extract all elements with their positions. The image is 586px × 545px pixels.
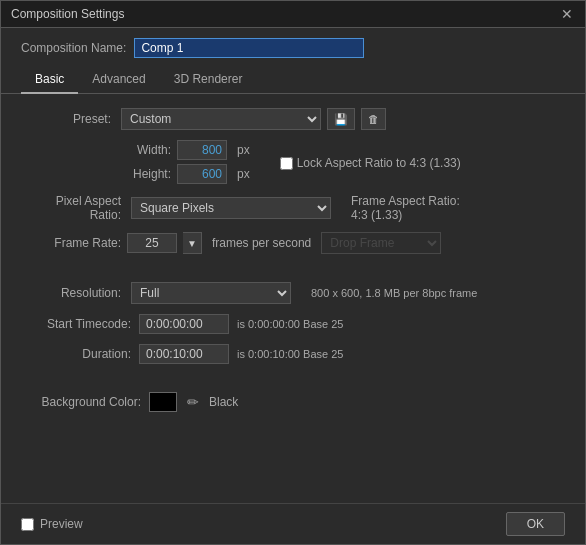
composition-settings-dialog: Composition Settings ✕ Composition Name:… bbox=[0, 0, 586, 545]
form-section: Preset: Custom HDTV 1080 29.97 HDTV 720 … bbox=[21, 108, 565, 412]
color-name: Black bbox=[209, 395, 238, 409]
bg-color-label: Background Color: bbox=[21, 395, 141, 409]
tab-basic[interactable]: Basic bbox=[21, 66, 78, 94]
preset-controls: Custom HDTV 1080 29.97 HDTV 720 29.97 Fi… bbox=[121, 108, 386, 130]
resolution-row: Resolution: Full Half Third Quarter Cust… bbox=[21, 282, 565, 304]
tab-advanced[interactable]: Advanced bbox=[78, 66, 159, 94]
tabs: Basic Advanced 3D Renderer bbox=[1, 66, 585, 94]
preset-save-button[interactable]: 💾 bbox=[327, 108, 355, 130]
frame-aspect-display: Frame Aspect Ratio: 4:3 (1.33) bbox=[351, 194, 460, 222]
comp-name-row: Composition Name: bbox=[1, 28, 585, 66]
resolution-label: Resolution: bbox=[21, 286, 121, 300]
footer: Preview OK bbox=[1, 503, 585, 544]
height-label: Height: bbox=[121, 167, 171, 181]
height-row: Height: px bbox=[121, 164, 250, 184]
par-row: Pixel Aspect Ratio: Square Pixels D1/DV … bbox=[21, 194, 565, 222]
eyedropper-button[interactable]: ✏ bbox=[185, 394, 201, 410]
start-timecode-info: is 0:00:00:00 Base 25 bbox=[237, 318, 343, 330]
lock-aspect-label: Lock Aspect Ratio to 4:3 (1.33) bbox=[297, 156, 461, 170]
start-timecode-label: Start Timecode: bbox=[21, 317, 131, 331]
preview-checkbox[interactable] bbox=[21, 518, 34, 531]
comp-name-label: Composition Name: bbox=[21, 41, 126, 55]
color-swatch[interactable] bbox=[149, 392, 177, 412]
drop-frame-select[interactable]: Drop Frame bbox=[321, 232, 441, 254]
title-bar: Composition Settings ✕ bbox=[1, 1, 585, 28]
width-row: Width: px bbox=[121, 140, 250, 160]
resolution-info: 800 x 600, 1.8 MB per 8bpc frame bbox=[311, 287, 477, 299]
duration-input[interactable] bbox=[139, 344, 229, 364]
width-input[interactable] bbox=[177, 140, 227, 160]
wh-inputs: Width: px Height: px bbox=[121, 140, 250, 184]
height-unit: px bbox=[237, 167, 250, 181]
duration-info: is 0:00:10:00 Base 25 bbox=[237, 348, 343, 360]
ok-button[interactable]: OK bbox=[506, 512, 565, 536]
fps-label: frames per second bbox=[212, 236, 311, 250]
width-unit: px bbox=[237, 143, 250, 157]
start-timecode-input[interactable] bbox=[139, 314, 229, 334]
preview-label: Preview bbox=[40, 517, 83, 531]
dialog-title: Composition Settings bbox=[11, 7, 124, 21]
duration-label: Duration: bbox=[21, 347, 131, 361]
framerate-label: Frame Rate: bbox=[21, 236, 121, 250]
lock-aspect-container: Lock Aspect Ratio to 4:3 (1.33) bbox=[280, 156, 461, 170]
preset-select[interactable]: Custom HDTV 1080 29.97 HDTV 720 29.97 Fi… bbox=[121, 108, 321, 130]
preset-row: Preset: Custom HDTV 1080 29.97 HDTV 720 … bbox=[21, 108, 565, 130]
width-label: Width: bbox=[121, 143, 171, 157]
lock-aspect-checkbox[interactable] bbox=[280, 157, 293, 170]
close-button[interactable]: ✕ bbox=[559, 7, 575, 21]
height-input[interactable] bbox=[177, 164, 227, 184]
content-area: Preset: Custom HDTV 1080 29.97 HDTV 720 … bbox=[1, 94, 585, 503]
preset-delete-button[interactable]: 🗑 bbox=[361, 108, 386, 130]
par-select[interactable]: Square Pixels D1/DV NTSC (0.91) D1/DV PA… bbox=[131, 197, 331, 219]
comp-name-input[interactable] bbox=[134, 38, 364, 58]
resolution-select[interactable]: Full Half Third Quarter Custom... bbox=[131, 282, 291, 304]
framerate-dropdown-button[interactable]: ▼ bbox=[183, 232, 202, 254]
start-timecode-row: Start Timecode: is 0:00:00:00 Base 25 bbox=[21, 314, 565, 334]
dimensions-section: Width: px Height: px Lock Aspect Ratio t… bbox=[121, 140, 565, 184]
preset-label: Preset: bbox=[21, 112, 111, 126]
background-color-row: Background Color: ✏ Black bbox=[21, 392, 565, 412]
preview-section: Preview bbox=[21, 517, 83, 531]
tab-3d-renderer[interactable]: 3D Renderer bbox=[160, 66, 257, 94]
duration-row: Duration: is 0:00:10:00 Base 25 bbox=[21, 344, 565, 364]
par-label: Pixel Aspect Ratio: bbox=[21, 194, 121, 222]
framerate-input[interactable] bbox=[127, 233, 177, 253]
framerate-row: Frame Rate: ▼ frames per second Drop Fra… bbox=[21, 232, 565, 254]
